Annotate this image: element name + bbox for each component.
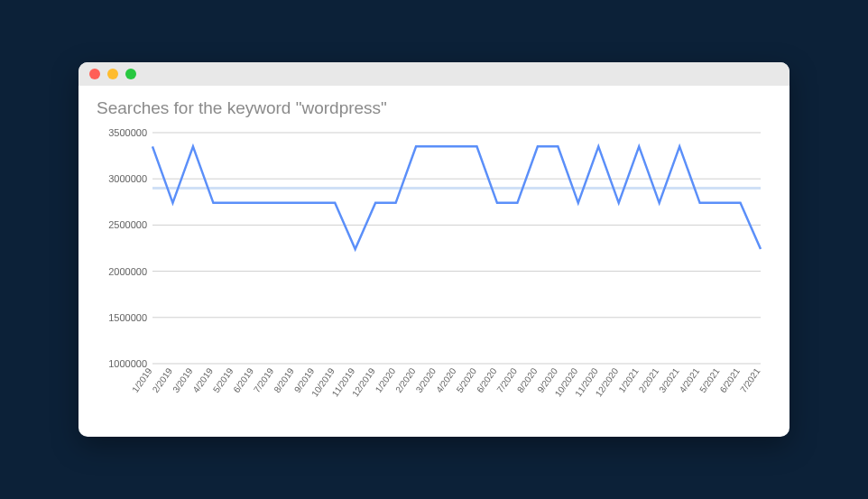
zoom-icon[interactable]	[125, 69, 136, 79]
x-tick-label: 6/2019	[231, 365, 255, 394]
x-tick-label: 6/2021	[718, 365, 743, 394]
x-tick-label: 2/2021	[637, 365, 661, 394]
x-tick-label: 7/2019	[252, 365, 276, 394]
chart-area: 1000000150000020000002500000300000035000…	[97, 124, 771, 421]
x-tick-label: 7/2020	[494, 365, 519, 394]
x-tick-label: 2/2019	[151, 365, 175, 394]
x-tick-label: 8/2019	[272, 365, 296, 394]
x-tick-label: 3/2021	[657, 365, 681, 394]
x-tick-label: 5/2020	[455, 365, 479, 394]
x-tick-label: 1/2021	[616, 365, 641, 394]
y-tick-label: 3500000	[108, 127, 147, 138]
y-tick-label: 1500000	[108, 312, 147, 323]
x-tick-label: 3/2020	[414, 365, 439, 394]
line-chart: 1000000150000020000002500000300000035000…	[97, 124, 771, 421]
x-tick-label: 4/2021	[678, 365, 702, 394]
chart-title: Searches for the keyword "wordpress"	[97, 98, 771, 118]
y-tick-label: 2500000	[108, 219, 147, 230]
x-tick-label: 1/2019	[130, 365, 154, 394]
window-content: Searches for the keyword "wordpress" 100…	[78, 86, 790, 430]
x-tick-label: 5/2021	[697, 365, 722, 394]
x-tick-label: 5/2019	[211, 365, 235, 394]
y-tick-label: 1000000	[108, 358, 147, 369]
y-tick-label: 2000000	[108, 266, 147, 277]
x-tick-label: 4/2020	[434, 365, 458, 394]
x-tick-label: 8/2020	[515, 365, 540, 394]
app-window: Searches for the keyword "wordpress" 100…	[78, 62, 790, 437]
window-titlebar	[78, 62, 790, 86]
minimize-icon[interactable]	[107, 69, 118, 79]
x-tick-label: 3/2019	[171, 365, 195, 394]
x-tick-label: 4/2019	[190, 365, 215, 394]
x-tick-label: 1/2020	[374, 365, 398, 394]
x-tick-label: 6/2020	[475, 365, 499, 394]
close-icon[interactable]	[89, 69, 100, 79]
y-tick-label: 3000000	[108, 173, 147, 184]
x-tick-label: 2/2020	[393, 365, 418, 394]
x-tick-label: 7/2021	[738, 365, 762, 394]
series-line	[152, 146, 761, 249]
